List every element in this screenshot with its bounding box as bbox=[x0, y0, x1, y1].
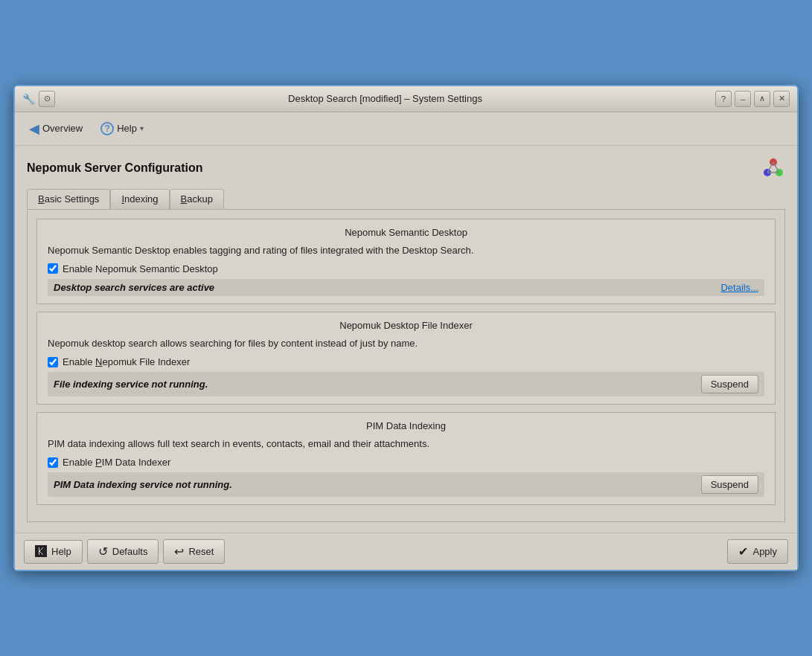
bottom-bar: 🅺 Help ↺ Defaults ↩ Reset ✔ Apply bbox=[15, 533, 797, 570]
tab-indexing-label: Indexing bbox=[121, 193, 158, 205]
tab-backup-label: Backup bbox=[181, 193, 213, 205]
menu-button[interactable]: ⊙ bbox=[39, 91, 55, 107]
file-indexer-panel-desc: Nepomuk desktop search allows searching … bbox=[48, 337, 764, 350]
semantic-checkbox-label: Enable Nepomuk Semantic Desktop bbox=[63, 263, 218, 274]
file-indexer-checkbox[interactable] bbox=[48, 357, 58, 367]
help-toolbar-button[interactable]: ? Help ▾ bbox=[94, 118, 150, 139]
reset-icon: ↩ bbox=[174, 544, 184, 559]
pim-panel-title: PIM Data Indexing bbox=[48, 420, 764, 431]
file-indexer-suspend-button[interactable]: Suspend bbox=[701, 375, 758, 393]
semantic-checkbox[interactable] bbox=[48, 263, 58, 274]
pim-status-row: PIM Data indexing service not running. S… bbox=[48, 472, 764, 497]
defaults-label: Defaults bbox=[112, 546, 148, 557]
overview-label: Overview bbox=[42, 123, 83, 134]
help-label: Help bbox=[117, 123, 137, 134]
details-link[interactable]: Details... bbox=[720, 282, 758, 293]
semantic-panel-desc: Nepomuk Semantic Desktop enables tagging… bbox=[48, 244, 764, 257]
window-controls: ? – ∧ ✕ bbox=[715, 91, 790, 107]
window-title: Desktop Search [modified] – System Setti… bbox=[55, 93, 715, 104]
pim-checkbox-row: Enable PIM Data Indexer bbox=[48, 457, 764, 468]
help-icon: ? bbox=[100, 122, 114, 135]
reset-button[interactable]: ↩ Reset bbox=[163, 539, 225, 564]
file-indexer-panel-title: Nepomuk Desktop File Indexer bbox=[48, 320, 764, 331]
maximize-button[interactable]: ∧ bbox=[754, 91, 770, 107]
file-indexer-panel: Nepomuk Desktop File Indexer Nepomuk des… bbox=[36, 312, 776, 405]
pim-panel: PIM Data Indexing PIM data indexing allo… bbox=[36, 412, 776, 505]
close-button[interactable]: ✕ bbox=[773, 91, 790, 107]
toolbar: ◀ Overview ? Help ▾ bbox=[15, 112, 797, 146]
help-bottom-label: Help bbox=[51, 546, 71, 557]
page-title: Nepomuk Server Configuration bbox=[27, 161, 202, 175]
minimize-button[interactable]: – bbox=[735, 91, 751, 107]
nepomuk-icon bbox=[761, 156, 785, 180]
tool-icon: 🔧 bbox=[22, 93, 34, 105]
file-indexer-checkbox-label: Enable Nepomuk File Indexer bbox=[63, 356, 190, 367]
pim-status-text: PIM Data indexing service not running. bbox=[54, 479, 232, 490]
apply-button[interactable]: ✔ Apply bbox=[727, 539, 788, 564]
help-button[interactable]: ? bbox=[715, 91, 732, 107]
tab-backup[interactable]: Backup bbox=[170, 189, 224, 209]
semantic-status-row: Desktop search services are active Detai… bbox=[48, 279, 764, 296]
apply-icon: ✔ bbox=[738, 544, 748, 559]
main-window: 🔧 ⊙ Desktop Search [modified] – System S… bbox=[13, 85, 799, 572]
semantic-panel-title: Nepomuk Semantic Desktop bbox=[48, 227, 764, 238]
tab-basic-settings[interactable]: Basic Settings bbox=[27, 189, 110, 209]
semantic-panel: Nepomuk Semantic Desktop Nepomuk Semanti… bbox=[36, 219, 776, 304]
reset-label: Reset bbox=[188, 546, 214, 557]
pim-checkbox[interactable] bbox=[48, 457, 58, 468]
content-area: Nepomuk Server Configuration Basic Setti… bbox=[15, 146, 797, 533]
defaults-icon: ↺ bbox=[98, 544, 108, 559]
pim-checkbox-label: Enable PIM Data Indexer bbox=[63, 457, 170, 468]
file-indexer-status-row: File indexing service not running. Suspe… bbox=[48, 372, 764, 396]
semantic-checkbox-row: Enable Nepomuk Semantic Desktop bbox=[48, 263, 764, 274]
back-icon: ◀ bbox=[29, 120, 39, 137]
tab-indexing[interactable]: Indexing bbox=[110, 189, 169, 209]
pim-suspend-button[interactable]: Suspend bbox=[701, 475, 758, 494]
pim-panel-desc: PIM data indexing allows full text searc… bbox=[48, 437, 764, 451]
tab-basic-settings-label: Basic Settings bbox=[38, 193, 99, 205]
apply-label: Apply bbox=[752, 546, 777, 557]
help-bottom-icon: 🅺 bbox=[35, 545, 47, 559]
file-indexer-checkbox-row: Enable Nepomuk File Indexer bbox=[48, 356, 764, 367]
panels-container: Nepomuk Semantic Desktop Nepomuk Semanti… bbox=[27, 209, 785, 523]
tabs: Basic Settings Indexing Backup bbox=[27, 189, 785, 209]
help-bottom-button[interactable]: 🅺 Help bbox=[24, 540, 83, 564]
file-indexer-status-text: File indexing service not running. bbox=[54, 379, 208, 390]
titlebar: 🔧 ⊙ Desktop Search [modified] – System S… bbox=[15, 86, 797, 112]
chevron-down-icon: ▾ bbox=[140, 124, 144, 132]
page-header: Nepomuk Server Configuration bbox=[27, 156, 785, 180]
defaults-button[interactable]: ↺ Defaults bbox=[87, 539, 159, 564]
semantic-status-text: Desktop search services are active bbox=[54, 282, 214, 293]
overview-button[interactable]: ◀ Overview bbox=[22, 117, 89, 141]
